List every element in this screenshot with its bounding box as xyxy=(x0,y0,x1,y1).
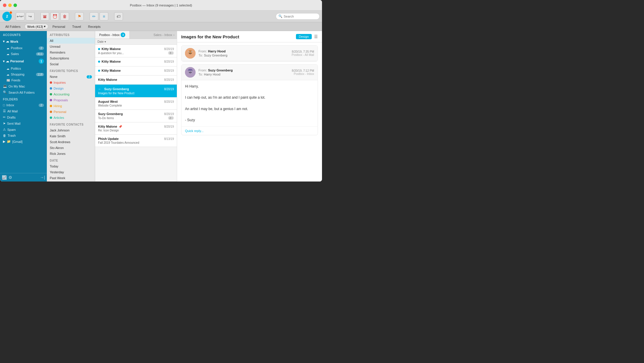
unread-indicator xyxy=(98,48,100,50)
cloud-icon: ☁ xyxy=(6,73,9,76)
filter-unread[interactable]: Unread xyxy=(47,44,95,49)
email-body: Hi Harry, I can help out, as I'm an arti… xyxy=(181,80,318,126)
email-timestamp: 8/20/19, 7:12 PM Postbox - Inbox xyxy=(292,69,314,76)
filter-date-today[interactable]: Today xyxy=(47,163,95,169)
tag-button[interactable]: 🏷 xyxy=(114,12,123,20)
chevron-down-icon: ▾ xyxy=(3,59,5,63)
contacts-title: Favorite Contacts xyxy=(47,121,95,127)
filter-date-yesterday[interactable]: Yesterday xyxy=(47,169,95,175)
reminder-button[interactable]: ⏰ xyxy=(50,12,59,20)
delete-button[interactable]: 🗑 xyxy=(60,12,69,20)
filter-social[interactable]: Social xyxy=(47,61,95,67)
topics-title: Favorite Topics xyxy=(47,67,95,74)
quick-reply[interactable]: Quick reply... xyxy=(181,126,318,135)
sidebar-folder-trash[interactable]: 🗑 Trash xyxy=(0,133,47,138)
notification-dot xyxy=(9,11,12,14)
menu-icon[interactable]: ☰ xyxy=(314,34,318,39)
message-item[interactable]: Kitty Malone 📌 8/20/19 Re: Icon Design xyxy=(95,122,177,135)
message-item[interactable]: Kitty Malone 8/20/19 xyxy=(95,57,177,66)
email-meta: From: Harry Hood To: Suzy Greenberg xyxy=(198,49,289,57)
message-list-sort: Date ▾ xyxy=(95,39,177,45)
search-input[interactable] xyxy=(284,15,317,18)
filter-topic-hiring[interactable]: Hiring xyxy=(47,103,95,109)
filter-contact-jack[interactable]: Jack Johnson xyxy=(47,127,95,133)
sidebar-folder-sent[interactable]: ➤ Sent Mail xyxy=(0,120,47,126)
cloud-icon: ☁ xyxy=(6,52,9,56)
chevron-down-icon: ▾ xyxy=(3,40,5,43)
chevron-down-icon: ▾ xyxy=(105,40,106,43)
message-item[interactable]: Phish Update 8/13/19 Fall 2019 Tourdates… xyxy=(95,135,177,147)
message-item[interactable]: Kitty Malone 8/20/19 A question for you.… xyxy=(95,45,177,57)
filter-topic-proposals[interactable]: Proposals xyxy=(47,97,95,103)
filter-topic-design[interactable]: Design xyxy=(47,85,95,91)
notes-button[interactable]: ≡ xyxy=(100,12,108,20)
close-button[interactable] xyxy=(3,4,6,7)
filter-topic-accounting[interactable]: Accounting xyxy=(47,91,95,97)
reply-all-button[interactable]: ↩↩ xyxy=(16,12,25,20)
filter-reminders[interactable]: Reminders xyxy=(47,49,95,55)
filter-panel: Attributes All Unread Reminders Subscrip… xyxy=(47,31,95,182)
chevron-right-icon: › xyxy=(173,33,174,37)
filter-date-past-week[interactable]: Past Week xyxy=(47,175,95,181)
sidebar-item-work[interactable]: ▾ ☁ Work xyxy=(0,38,47,45)
sidebar-folder-all-mail[interactable]: ☰ All Mail xyxy=(0,108,47,114)
tag-personal[interactable]: Personal xyxy=(49,24,68,29)
filter-contact-sto[interactable]: Sto Akron xyxy=(47,145,95,151)
reading-content: From: Harry Hood To: Suzy Greenberg 8/20… xyxy=(177,42,322,182)
traffic-lights xyxy=(3,4,17,7)
maximize-button[interactable] xyxy=(13,4,17,7)
cloud-icon: ☁ xyxy=(6,47,9,50)
settings-icon[interactable]: ⚙ xyxy=(8,175,12,180)
email-tag-badge[interactable]: Design xyxy=(296,34,312,39)
tag-travel[interactable]: Travel xyxy=(69,24,84,29)
filter-contact-kate[interactable]: Kate Smith xyxy=(47,133,95,139)
archive-button[interactable] xyxy=(40,12,49,20)
sidebar-item-politics[interactable]: ☁ Politics xyxy=(0,66,47,71)
sidebar-item-postbox[interactable]: ☁ Postbox 2 xyxy=(0,45,47,51)
signout-icon[interactable]: →| xyxy=(40,175,45,180)
tab-postbox-inbox[interactable]: Postbox - Inbox 3 xyxy=(95,31,130,39)
folders-section-title: Folders xyxy=(0,95,47,102)
filter-topic-inquiries[interactable]: Inquiries xyxy=(47,80,95,85)
filter-topic-none[interactable]: None 2 xyxy=(47,74,95,80)
forward-button[interactable]: ↪ xyxy=(26,12,35,20)
filter-date-past-month[interactable]: Past Month xyxy=(47,181,95,182)
message-item[interactable]: Suzy Greenberg 8/20/19 To-Do Items 2 › xyxy=(95,110,177,122)
spam-icon: ⚠ xyxy=(3,128,6,131)
message-list-tabs: Postbox - Inbox 3 Sales - Inbox › xyxy=(95,31,177,39)
compose-button[interactable]: ✏ xyxy=(90,12,98,20)
filter-contact-rick[interactable]: Rick Jones xyxy=(47,151,95,157)
tab-sales-inbox[interactable]: Sales - Inbox › xyxy=(151,31,177,39)
sidebar-item-on-my-mac[interactable]: 💻 On My Mac xyxy=(0,83,47,89)
activity-icon[interactable]: 📈 xyxy=(2,175,7,180)
sidebar-folder-gmail[interactable]: ▶ 📁 [Gmail] xyxy=(0,138,47,145)
filter-topic-articles[interactable]: Articles xyxy=(47,115,95,121)
flag-button[interactable]: ⚑ xyxy=(75,12,84,20)
message-item-selected[interactable]: ← Suzy Greenberg 8/20/19 Images for the … xyxy=(95,85,177,97)
message-item[interactable]: August West 8/20/19 Website Complete xyxy=(95,97,177,110)
color-dot-hiring xyxy=(50,105,52,107)
filter-topic-personal[interactable]: Personal xyxy=(47,109,95,115)
message-item[interactable]: Kitty Malone 8/20/19 xyxy=(95,66,177,76)
sidebar-item-search-all[interactable]: 🔍 Search All Folders xyxy=(0,89,47,95)
minimize-button[interactable] xyxy=(8,4,12,7)
computer-icon: 💻 xyxy=(3,84,7,88)
sidebar-folder-drafts[interactable]: ✏ Drafts xyxy=(0,114,47,120)
sidebar-item-feeds[interactable]: 📰 Feeds xyxy=(0,77,47,83)
sidebar-item-personal[interactable]: ▾ ☁ Personal 1 xyxy=(0,57,47,66)
filter-contact-scott[interactable]: Scott Andrews xyxy=(47,139,95,145)
sidebar-folder-inbox[interactable]: □ Inbox 2 xyxy=(0,102,47,108)
sidebar-item-sales[interactable]: ☁ Sales 411 xyxy=(0,51,47,57)
tag-receipts[interactable]: Receipts xyxy=(85,24,104,29)
tag-work[interactable]: Work (413) ▾ xyxy=(25,24,48,29)
sidebar-item-shopping[interactable]: ☁ Shopping 118 xyxy=(0,71,47,77)
message-item[interactable]: Kitty Malone 8/20/19 xyxy=(95,76,177,85)
sort-dropdown[interactable]: Date ▾ xyxy=(97,40,106,43)
filter-subscriptions[interactable]: Subscriptions xyxy=(47,55,95,61)
tag-all-folders[interactable]: All Folders xyxy=(2,24,23,29)
filter-all[interactable]: All xyxy=(47,38,95,44)
svg-point-6 xyxy=(189,52,189,52)
account-badge[interactable]: 2 xyxy=(2,12,12,21)
search-icon: 🔍 xyxy=(278,14,282,18)
sidebar-folder-spam[interactable]: ⚠ Spam xyxy=(0,126,47,133)
